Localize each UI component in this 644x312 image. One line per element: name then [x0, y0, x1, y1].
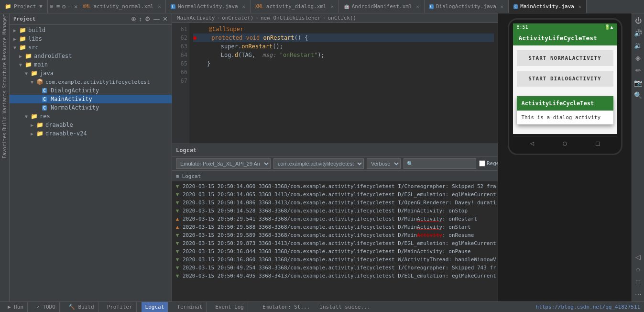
status-tab-logcat[interactable]: Logcat: [142, 302, 169, 312]
log-icon-12: ▼: [174, 272, 181, 280]
device-select[interactable]: Emulator Pixel_3a_XL_API_29 An: [176, 158, 271, 169]
tab-activity-normal[interactable]: XML activity_normal.xml ✕: [78, 0, 166, 13]
tab-androidmanifest[interactable]: 🤖 AndroidManifest.xml ✕: [339, 0, 425, 13]
regex-checkbox[interactable]: [479, 160, 485, 167]
power-btn[interactable]: ⏻: [633, 15, 644, 26]
tree-item-dialogactivity[interactable]: C DialogActivity: [10, 86, 172, 95]
favorites-tab[interactable]: Favorites: [1, 132, 8, 159]
build-variants-tab[interactable]: Build Variants: [1, 89, 8, 132]
back-btn[interactable]: ◁: [633, 252, 644, 262]
tree-label-pkg: com.example.activitylifecycletest: [45, 79, 150, 85]
tab-mainactivity[interactable]: C MainActivity.java ✕: [509, 0, 587, 13]
tree-item-src[interactable]: ▼ 📁 src: [10, 43, 172, 52]
status-url[interactable]: https://blog.csdn.net/qq_41827511: [535, 304, 640, 310]
sidebar-minimize-btn[interactable]: —: [153, 15, 160, 22]
nav-back-btn[interactable]: ◁: [530, 139, 534, 147]
sidebar-add-btn[interactable]: ⊕: [131, 15, 136, 22]
more-btn[interactable]: ⋯: [633, 289, 644, 300]
resource-manager-tab[interactable]: Resource Manager: [1, 13, 8, 61]
tree-item-pkg[interactable]: ▼ 📦 com.example.activitylifecycletest: [10, 78, 172, 86]
tree-item-androidtest[interactable]: ▶ 📁 androidTest: [10, 52, 172, 60]
rotate-btn[interactable]: ◈: [633, 53, 644, 63]
tab-settings-icon[interactable]: ⚙: [62, 3, 66, 10]
tab-dialogactivity[interactable]: C DialogActivity.java ✕: [425, 0, 509, 13]
log-icon-4: ▼: [174, 207, 181, 215]
tab-close-icon[interactable]: ✕: [74, 3, 78, 10]
log-icon-9: ▼: [174, 247, 181, 256]
sidebar-sync-btn[interactable]: ↕: [139, 15, 142, 22]
status-tab-run[interactable]: ▶ Run: [4, 302, 28, 312]
square-btn[interactable]: □: [633, 277, 644, 287]
phone-device: 8:51 🔋▲ ActivityLifeCycleTest START NORM…: [508, 18, 622, 155]
tab-close-btn6[interactable]: ✕: [579, 4, 581, 9]
editor-area: MainActivity › onCreate() › new OnClickL…: [172, 13, 498, 144]
phone-btn-dialog[interactable]: START DIALOGACTIVITY: [517, 71, 613, 87]
status-tab-build[interactable]: 🔨 Build: [65, 302, 98, 312]
log-text-1: 2020-03-15 20:50:14.060 3368-3368/com.ex…: [183, 182, 496, 190]
log-line-4: ▼ 2020-03-15 20:50:14.528 3368-3368/com.…: [174, 207, 496, 215]
tab-toolbar-icon2[interactable]: ≡: [56, 3, 60, 10]
logcat-panel: Logcat Emulator Pixel_3a_XL_API_29 An co…: [172, 144, 498, 301]
phone-time: 8:51: [517, 24, 528, 30]
log-line-9: ▼ 2020-03-15 20:50:36.844 3368-3368/com.…: [174, 247, 496, 256]
tree-label-build: build: [28, 27, 45, 33]
tab-activity-dialog[interactable]: XML activity_dialog.xml ✕: [251, 0, 339, 13]
code-view[interactable]: @CallSuper ● protected void onRestart() …: [189, 23, 498, 144]
nav-recents-btn[interactable]: □: [596, 139, 600, 147]
zoom-btn[interactable]: 🔍: [633, 90, 644, 100]
tree-item-normalactivity[interactable]: C NormalActivity: [10, 103, 172, 112]
sidebar-settings-btn[interactable]: ⚙: [145, 15, 151, 22]
tree-label-normalactivity: NormalActivity: [51, 104, 99, 111]
left-panels: Resource Manager Structure Build Variant…: [0, 13, 10, 301]
vol-down-btn[interactable]: 🔉: [633, 40, 644, 51]
log-text-7: 2020-03-15 20:50:29.589 3368-3368/com.ex…: [183, 231, 496, 239]
tree-item-main[interactable]: ▼ 📁 main: [10, 60, 172, 69]
dialog-body: This is a dialog activity: [517, 111, 613, 124]
camera-btn[interactable]: 📷: [633, 78, 644, 88]
arrow-main: ▼: [19, 62, 25, 67]
logcat-search-input[interactable]: [404, 158, 476, 169]
sidebar-toolbar: ⊕ ↕ ⚙ — ✕: [131, 15, 168, 22]
status-tab-todo[interactable]: ✓ TODO: [33, 302, 60, 312]
phone-btn-normal[interactable]: START NORMALACTIVITY: [517, 50, 613, 66]
tab-close-btn2[interactable]: ✕: [242, 4, 245, 9]
logcat-subtitle: ≡ Logcat: [172, 171, 498, 181]
status-tab-terminal[interactable]: Terminal: [173, 302, 207, 312]
log-text-10: 2020-03-15 20:50:36.860 3368-3368/com.ex…: [183, 256, 496, 264]
status-tab-profiler[interactable]: Profiler: [103, 302, 137, 312]
tab-project[interactable]: 📁 Project ▼: [0, 0, 48, 13]
log-line-6: ▲ 2020-03-15 20:50:29.588 3368-3368/com.…: [174, 223, 496, 231]
arrow-build: ▶: [13, 28, 19, 33]
sidebar-close-btn[interactable]: ✕: [163, 15, 168, 22]
tree-item-res[interactable]: ▼ 📁 res: [10, 112, 172, 121]
tab-toolbar-icon[interactable]: ⊕: [50, 3, 54, 10]
package-select[interactable]: com.example.activitylifecycletest: [273, 158, 364, 169]
tree-item-drawable[interactable]: ▶ 📁 drawable: [10, 121, 172, 129]
status-tab-eventlog[interactable]: Event Log: [211, 302, 248, 312]
vol-up-btn[interactable]: 🔊: [633, 28, 644, 38]
far-right-toolbar: ⏻ 🔊 🔉 ◈ ✏ 📷 🔍 ◁ ○ □ ⋯: [632, 13, 644, 301]
tree-label-src: src: [28, 44, 39, 51]
structure-tab[interactable]: Structure: [1, 61, 8, 89]
tree-item-java[interactable]: ▼ 📁 java: [10, 69, 172, 78]
log-icon-5: ▲: [174, 215, 181, 223]
edit-btn[interactable]: ✏: [633, 65, 644, 76]
tree-item-mainactivity[interactable]: C MainActivity: [10, 95, 172, 103]
home-btn[interactable]: ○: [633, 264, 644, 275]
nav-home-btn[interactable]: ○: [563, 139, 567, 147]
tab-close-btn5[interactable]: ✕: [501, 4, 503, 9]
tab-normalactivity[interactable]: C NormalActivity.java ✕: [166, 0, 250, 13]
breadcrumb-oncreate: onCreate(): [222, 15, 253, 21]
tree-item-build[interactable]: ▶ 📁 build: [10, 26, 172, 34]
tab-close-btn3[interactable]: ✕: [331, 4, 334, 9]
tree-item-libs[interactable]: ▶ 📁 libs: [10, 34, 172, 43]
java-icon3: C: [513, 4, 518, 9]
logcat-lines[interactable]: ▼ 2020-03-15 20:50:14.060 3368-3368/com.…: [172, 181, 498, 301]
tab-close-btn[interactable]: ✕: [158, 4, 161, 9]
log-icon-3: ▼: [174, 199, 181, 207]
tree-label-drawable-v24: drawable-v24: [45, 130, 87, 137]
logcat-regex-label[interactable]: Regex: [479, 160, 498, 167]
tree-item-drawable-v24[interactable]: ▶ 📁 drawable-v24: [10, 129, 172, 138]
tab-close-btn4[interactable]: ✕: [416, 4, 419, 9]
level-select[interactable]: Verbose: [367, 158, 401, 169]
